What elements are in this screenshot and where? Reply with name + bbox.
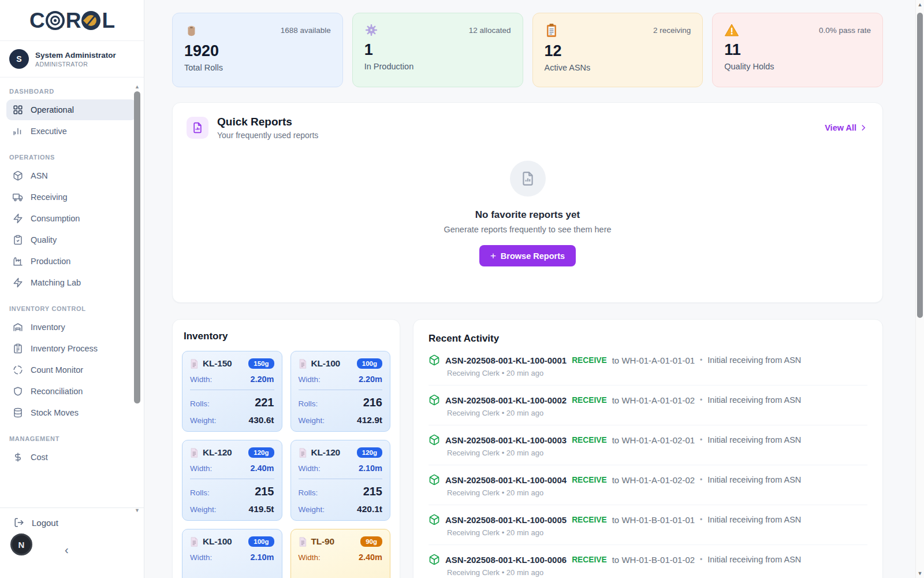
zap-icon (13, 213, 23, 224)
rolls-value: 215 (363, 485, 382, 498)
width-value: 2.10m (359, 464, 382, 473)
package-icon (429, 514, 440, 525)
product-name: KL-100 (203, 536, 232, 547)
sidebar-footer: Logout N ‹ (0, 507, 144, 578)
browse-reports-button[interactable]: + Browse Reports (479, 245, 576, 266)
sidebar-item-consumption[interactable]: Consumption (6, 208, 136, 229)
activity-meta: Receiving Clerk • 20 min ago (447, 568, 867, 577)
recent-activity-panel: Recent Activity ASN-202508-001-KL-100-00… (413, 319, 883, 578)
sidebar-item-label: Stock Moves (31, 408, 79, 417)
clipboard-list-icon (13, 343, 23, 354)
page-scrollbar[interactable]: ▲ ▼ (915, 0, 924, 578)
stat-card-total-rolls: 1688 available 1920 Total Rolls (172, 13, 343, 87)
stat-value: 1 (364, 42, 511, 59)
file-icon (190, 537, 198, 547)
sidebar-item-reconciliation[interactable]: Reconciliation (6, 381, 136, 402)
asn-code: ASN-202508-001-KL-100-0006 (445, 555, 567, 565)
bar-chart-icon (13, 126, 23, 136)
action-badge: RECEIVE (572, 516, 607, 524)
empty-state-title: No favorite reports yet (475, 209, 580, 221)
stat-side-label: 0.0% pass rate (819, 26, 871, 35)
asn-code: ASN-202508-001-KL-100-0001 (445, 355, 567, 365)
gear-icon (364, 23, 378, 37)
weight-badge: 120g (357, 447, 382, 458)
zap-icon (13, 277, 23, 288)
chevron-right-icon (859, 124, 867, 132)
sidebar-item-operational[interactable]: Operational (6, 99, 136, 120)
user-profile[interactable]: S System Administrator ADMINISTRATOR (0, 41, 144, 77)
sidebar-item-receiving[interactable]: Receiving (6, 187, 136, 208)
file-icon (299, 448, 307, 458)
sidebar-item-stock-moves[interactable]: Stock Moves (6, 402, 136, 423)
logout-button[interactable]: Logout (0, 508, 144, 528)
activity-meta: Receiving Clerk • 20 min ago (447, 449, 867, 457)
sidebar-scroll-up-arrow[interactable]: ▲ (135, 84, 140, 90)
scroll-up-arrow[interactable]: ▲ (916, 2, 924, 8)
activity-note: Initial receiving from ASN (707, 475, 801, 484)
asn-code: ASN-202508-001-KL-100-0005 (445, 515, 567, 525)
activity-row: ASN-202508-001-KL-100-0001 RECEIVE to WH… (429, 346, 867, 386)
sidebar-item-inventory-process[interactable]: Inventory Process (6, 338, 136, 359)
weight-value: 419.5t (249, 504, 274, 514)
weight-value: 412.9t (357, 415, 382, 425)
sidebar-item-asn[interactable]: ASN (6, 165, 136, 186)
sidebar-item-label: Executive (31, 127, 67, 136)
sidebar-item-label: Consumption (31, 214, 80, 223)
activity-row: ASN-202508-001-KL-100-0005 RECEIVE to WH… (429, 505, 867, 545)
sidebar-item-executive[interactable]: Executive (6, 121, 136, 142)
factory-icon (13, 256, 23, 266)
dollar-icon (13, 452, 23, 462)
product-name: TL-90 (311, 536, 334, 547)
rolls-label: Rolls: (190, 488, 210, 497)
file-icon (299, 537, 307, 547)
sidebar-collapse-chevron[interactable]: ‹ (65, 544, 69, 555)
warehouse-icon (13, 322, 23, 332)
width-label: Width: (190, 553, 212, 562)
quick-reports-panel: Quick Reports Your frequently used repor… (172, 102, 883, 303)
sidebar-item-production[interactable]: Production (6, 251, 136, 272)
activity-row: ASN-202508-001-KL-100-0004 RECEIVE to WH… (429, 465, 867, 505)
weight-badge: 100g (248, 536, 274, 547)
width-label: Width: (299, 553, 321, 562)
sidebar-item-count-monitor[interactable]: Count Monitor (6, 360, 136, 380)
page-scrollbar-thumb[interactable] (917, 13, 923, 318)
action-badge: RECEIVE (572, 555, 607, 564)
package-icon (13, 171, 23, 181)
activity-meta: Receiving Clerk • 20 min ago (447, 488, 867, 497)
activity-row: ASN-202508-001-KL-100-0006 RECEIVE to WH… (429, 545, 867, 578)
width-label: Width: (190, 464, 212, 473)
sidebar-item-inventory[interactable]: Inventory (6, 317, 136, 338)
rolls-value: 221 (255, 396, 274, 409)
sidebar-item-quality[interactable]: Quality (6, 229, 136, 250)
weight-label: Weight: (299, 416, 325, 425)
main-content: 1688 available 1920 Total Rolls 12 alloc… (144, 0, 915, 578)
count-circle-icon (13, 365, 23, 375)
sidebar-item-label: Inventory Process (31, 344, 98, 353)
view-all-link[interactable]: View All (825, 123, 867, 132)
sidebar-item-label: Operational (31, 105, 74, 114)
weight-value: 420.1t (357, 504, 382, 514)
logo-letter-l: L (102, 10, 114, 31)
scroll-down-arrow[interactable]: ▼ (916, 570, 924, 576)
nav-section-management: MANAGEMENT (9, 435, 136, 442)
sidebar-item-matching-lab[interactable]: Matching Lab (6, 272, 136, 293)
bullet-dot: • (700, 516, 702, 524)
stat-value: 1920 (184, 43, 331, 60)
package-icon (429, 434, 440, 446)
inventory-card-kl120b: KL-120 120g Width:2.10m Rolls:215 Weight… (290, 440, 391, 521)
weight-label: Weight: (190, 505, 217, 514)
floating-n-button[interactable]: N (10, 533, 32, 555)
sidebar-scrollbar-thumb[interactable] (134, 91, 140, 403)
activity-meta: Receiving Clerk • 20 min ago (447, 409, 867, 417)
weight-label: Weight: (299, 505, 325, 514)
package-icon (429, 474, 440, 486)
logout-icon (14, 517, 24, 528)
kpi-row: 1688 available 1920 Total Rolls 12 alloc… (172, 13, 883, 87)
weight-badge: 90g (360, 536, 382, 547)
asn-code: ASN-202508-001-KL-100-0003 (445, 435, 567, 445)
action-badge: RECEIVE (572, 476, 607, 484)
sidebar-item-cost[interactable]: Cost (6, 447, 136, 468)
activity-meta: Receiving Clerk • 20 min ago (447, 528, 867, 537)
sidebar-nav: DASHBOARD Operational Executive OPERATIO… (0, 77, 144, 468)
stat-value: 12 (545, 43, 691, 60)
